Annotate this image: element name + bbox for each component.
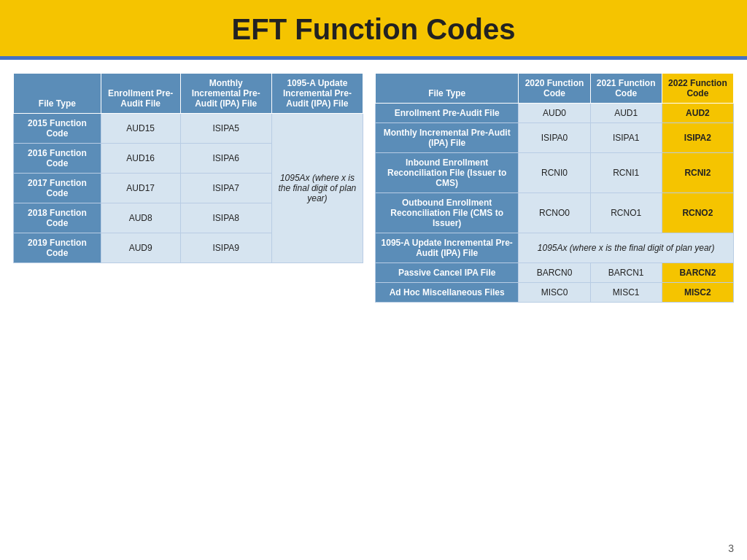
table-row: Ad Hoc Miscellaneous Files MISC0 MISC1 M…: [376, 283, 734, 303]
right-col-1: 2020 Function Code: [519, 74, 590, 104]
page-title: EFT Function Codes: [0, 13, 747, 46]
highlight-cell: RCNI2: [662, 153, 733, 193]
file-type-cell: 1095-A Update Incremental Pre-Audit (IPA…: [376, 233, 519, 263]
data-cell: RCNO0: [519, 193, 590, 233]
highlight-cell: AUD2: [662, 104, 733, 123]
table-row: Outbound Enrollment Reconciliation File …: [376, 193, 734, 233]
highlight-cell: RCNO2: [662, 193, 733, 233]
data-cell: ISIPA6: [180, 144, 271, 174]
year-cell-2018: 2018 Function Code: [14, 203, 101, 233]
table-row: 2015 Function Code AUD15 ISIPA5 1095Ax (…: [14, 114, 363, 144]
highlight-cell: ISIPA2: [662, 123, 733, 153]
data-cell: RCNO1: [590, 193, 662, 233]
data-cell: ISIPA0: [519, 123, 590, 153]
span-cell-2015: 1095Ax (where x is the final digit of pl…: [271, 114, 363, 263]
file-type-cell: Inbound Enrollment Reconciliation File (…: [376, 153, 519, 193]
year-cell-2017: 2017 Function Code: [14, 174, 101, 203]
right-col-0: File Type: [376, 74, 519, 104]
table-row: Passive Cancel IPA File BARCN0 BARCN1 BA…: [376, 263, 734, 283]
table-row: Inbound Enrollment Reconciliation File (…: [376, 153, 734, 193]
right-table: File Type 2020 Function Code 2021 Functi…: [375, 73, 734, 303]
data-cell: MISC0: [519, 283, 590, 303]
left-table: File Type Enrollment Pre-Audit File Mont…: [13, 73, 363, 263]
right-col-3: 2022 Function Code: [662, 74, 733, 104]
page-number: 3: [728, 542, 734, 554]
data-cell: AUD16: [101, 144, 180, 174]
data-cell: ISIPA8: [180, 203, 271, 233]
table-row: 1095-A Update Incremental Pre-Audit (IPA…: [376, 233, 734, 263]
left-col-2: Monthly Incremental Pre-Audit (IPA) File: [180, 74, 271, 114]
highlight-cell: MISC2: [662, 283, 733, 303]
highlight-cell: BARCN2: [662, 263, 733, 283]
data-cell: ISIPA5: [180, 114, 271, 144]
file-type-cell: Passive Cancel IPA File: [376, 263, 519, 283]
year-cell-2015: 2015 Function Code: [14, 114, 101, 144]
data-cell: ISIPA1: [590, 123, 662, 153]
file-type-cell: Ad Hoc Miscellaneous Files: [376, 283, 519, 303]
data-cell: RCNI0: [519, 153, 590, 193]
right-col-2: 2021 Function Code: [590, 74, 662, 104]
table-row: Monthly Incremental Pre-Audit (IPA) File…: [376, 123, 734, 153]
year-cell-2016: 2016 Function Code: [14, 144, 101, 174]
left-col-0: File Type: [14, 74, 101, 114]
data-cell: BARCN1: [590, 263, 662, 283]
page-header: EFT Function Codes: [0, 0, 747, 60]
data-cell: ISIPA9: [180, 233, 271, 263]
data-cell: AUD0: [519, 104, 590, 123]
data-cell: AUD8: [101, 203, 180, 233]
merged-cell: 1095Ax (where x is the final digit of pl…: [519, 233, 734, 263]
data-cell: BARCN0: [519, 263, 590, 283]
content-area: File Type Enrollment Pre-Audit File Mont…: [0, 60, 747, 554]
data-cell: ISIPA7: [180, 174, 271, 203]
data-cell: AUD9: [101, 233, 180, 263]
right-table-container: File Type 2020 Function Code 2021 Functi…: [375, 73, 734, 547]
left-col-3: 1095-A Update Incremental Pre-Audit (IPA…: [271, 74, 363, 114]
left-table-container: File Type Enrollment Pre-Audit File Mont…: [13, 73, 363, 547]
file-type-cell: Monthly Incremental Pre-Audit (IPA) File: [376, 123, 519, 153]
left-col-1: Enrollment Pre-Audit File: [101, 74, 180, 114]
data-cell: AUD1: [590, 104, 662, 123]
year-cell-2019: 2019 Function Code: [14, 233, 101, 263]
data-cell: RCNI1: [590, 153, 662, 193]
data-cell: AUD17: [101, 174, 180, 203]
data-cell: MISC1: [590, 283, 662, 303]
data-cell: AUD15: [101, 114, 180, 144]
file-type-cell: Outbound Enrollment Reconciliation File …: [376, 193, 519, 233]
table-row: Enrollment Pre-Audit File AUD0 AUD1 AUD2: [376, 104, 734, 123]
file-type-cell: Enrollment Pre-Audit File: [376, 104, 519, 123]
